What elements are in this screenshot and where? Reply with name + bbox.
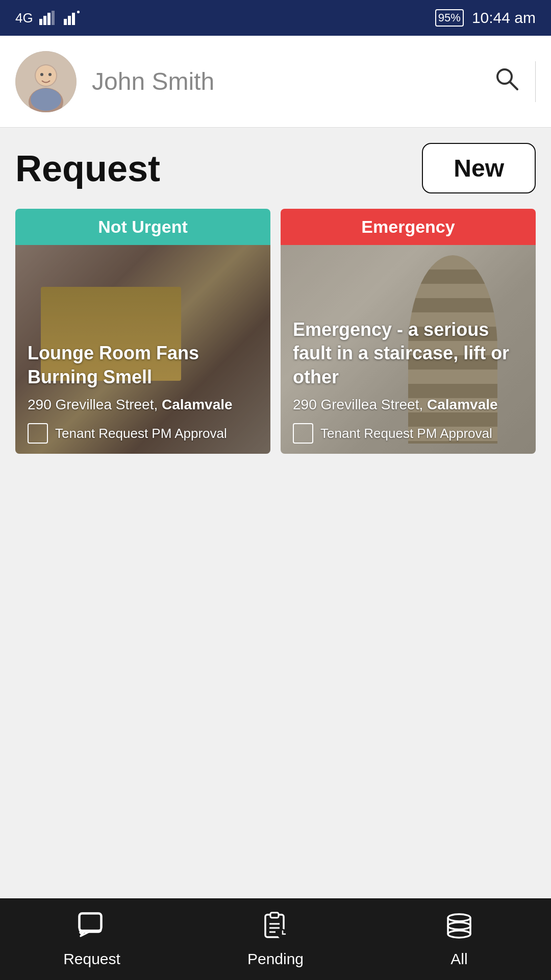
svg-rect-6 bbox=[72, 13, 75, 25]
page-title: Request bbox=[15, 148, 160, 189]
all-icon bbox=[444, 911, 474, 945]
status-left: 4G bbox=[15, 10, 82, 26]
request-icon bbox=[77, 911, 107, 945]
pm-approval-label-not-urgent: Tenant Request PM Approval bbox=[55, 426, 227, 442]
card-address-emergency: 290 Grevillea Street, Calamvale bbox=[293, 397, 523, 413]
card-content-not-urgent: Lounge Room Fans Burning Smell 290 Grevi… bbox=[15, 331, 270, 454]
svg-rect-2 bbox=[47, 13, 51, 25]
page-header: Request New bbox=[15, 143, 536, 193]
avatar bbox=[15, 51, 77, 112]
card-not-urgent: Not Urgent Lounge Room Fans Burning Smel… bbox=[15, 209, 270, 454]
svg-rect-3 bbox=[52, 11, 55, 25]
network-label: 4G bbox=[15, 10, 33, 26]
svg-point-12 bbox=[31, 88, 61, 111]
header: John Smith bbox=[0, 36, 551, 128]
nav-item-pending[interactable]: Pending bbox=[184, 898, 367, 980]
card-badge-not-urgent: Not Urgent bbox=[15, 209, 270, 245]
svg-rect-19 bbox=[79, 913, 102, 930]
avatar-image bbox=[15, 51, 77, 112]
card-badge-emergency: Emergency bbox=[281, 209, 536, 245]
svg-rect-21 bbox=[270, 913, 279, 918]
card-checkbox-row-not-urgent: Tenant Request PM Approval bbox=[28, 423, 258, 444]
svg-rect-5 bbox=[68, 16, 71, 25]
nav-label-request: Request bbox=[63, 950, 120, 968]
cards-grid: Not Urgent Lounge Room Fans Burning Smel… bbox=[15, 209, 536, 454]
pending-icon bbox=[260, 911, 291, 945]
time-display: 10:44 am bbox=[472, 9, 536, 27]
svg-rect-1 bbox=[43, 16, 46, 25]
svg-point-14 bbox=[48, 73, 52, 76]
search-icon bbox=[493, 65, 520, 92]
bottom-nav: Request Pending bbox=[0, 898, 551, 980]
pm-approval-checkbox-emergency[interactable] bbox=[293, 423, 313, 444]
battery-icon: 95% bbox=[435, 9, 464, 27]
main-content: Request New Not Urgent Lounge Room Fans … bbox=[0, 128, 551, 898]
card-content-emergency: Emergency - a serious fault in a stairca… bbox=[281, 308, 536, 454]
svg-rect-17 bbox=[80, 914, 101, 932]
card-checkbox-row-emergency: Tenant Request PM Approval bbox=[293, 423, 523, 444]
new-button[interactable]: New bbox=[422, 143, 536, 193]
nav-label-all: All bbox=[450, 950, 467, 968]
svg-line-16 bbox=[510, 82, 517, 89]
card-image-emergency: Emergency - a serious fault in a stairca… bbox=[281, 245, 536, 454]
card-emergency: Emergency Emergency - a serious fault in… bbox=[281, 209, 536, 454]
nav-label-pending: Pending bbox=[247, 950, 304, 968]
svg-point-28 bbox=[448, 922, 470, 929]
nav-item-all[interactable]: All bbox=[367, 898, 551, 980]
status-right: 95% 10:44 am bbox=[435, 9, 536, 27]
svg-point-13 bbox=[40, 73, 43, 76]
card-address-not-urgent: 290 Grevillea Street, Calamvale bbox=[28, 397, 258, 413]
svg-rect-7 bbox=[77, 11, 80, 13]
card-title-emergency: Emergency - a serious fault in a stairca… bbox=[293, 318, 523, 389]
svg-rect-4 bbox=[64, 19, 67, 25]
signal2-icon bbox=[64, 11, 82, 25]
signal1-icon bbox=[39, 11, 58, 25]
svg-point-27 bbox=[448, 914, 470, 921]
header-divider bbox=[535, 61, 536, 102]
pm-approval-label-emergency: Tenant Request PM Approval bbox=[320, 426, 492, 442]
card-title-not-urgent: Lounge Room Fans Burning Smell bbox=[28, 341, 258, 389]
pm-approval-checkbox-not-urgent[interactable] bbox=[28, 423, 48, 444]
card-image-not-urgent: Lounge Room Fans Burning Smell 290 Grevi… bbox=[15, 245, 270, 454]
status-bar: 4G 95% 10:44 am bbox=[0, 0, 551, 36]
svg-point-29 bbox=[448, 930, 470, 938]
nav-item-request[interactable]: Request bbox=[0, 898, 184, 980]
user-name: John Smith bbox=[92, 67, 493, 95]
search-button[interactable] bbox=[493, 65, 520, 98]
svg-rect-0 bbox=[39, 19, 42, 25]
